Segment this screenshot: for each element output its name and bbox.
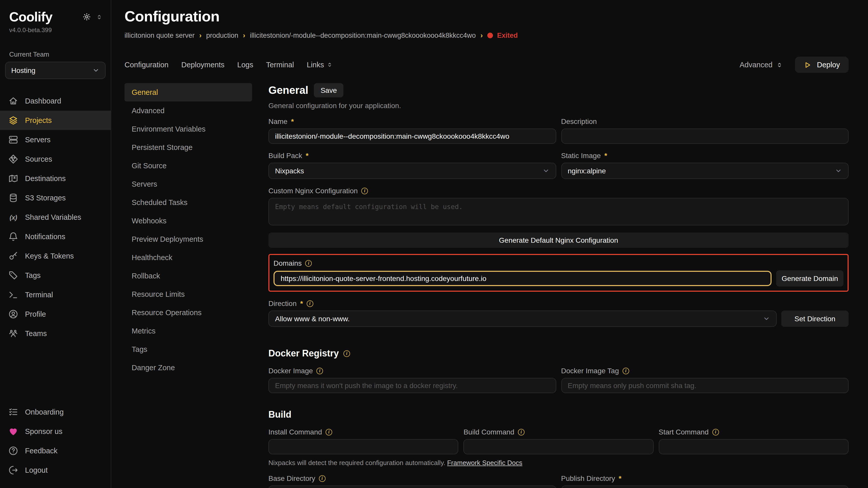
app-version: v4.0.0-beta.399: [0, 25, 111, 34]
sidebar-item-dashboard[interactable]: Dashboard: [0, 91, 111, 111]
nixpacks-note: Nixpacks will detect the required config…: [269, 459, 848, 466]
profile-icon: [8, 309, 19, 319]
sidebar-item-notifications[interactable]: Notifications: [0, 227, 111, 246]
info-icon[interactable]: i: [319, 475, 326, 482]
main-sidebar: Coolify v4.0.0-beta.399 Current Team Hos…: [0, 0, 111, 488]
start-command-input[interactable]: [658, 439, 848, 454]
generate-nginx-button[interactable]: Generate Default Nginx Configuration: [269, 232, 848, 248]
breadcrumb: illicitonion quote server › production ›…: [125, 31, 848, 39]
sidebar-item-sponsor-us[interactable]: Sponsor us: [0, 422, 111, 441]
sidebar-item-teams[interactable]: Teams: [0, 324, 111, 343]
custom-nginx-textarea[interactable]: [269, 198, 848, 225]
coolify-app-window: Coolify v4.0.0-beta.399 Current Team Hos…: [0, 0, 868, 488]
build-pack-select[interactable]: Nixpacks: [269, 163, 556, 179]
config-nav-item-webhooks[interactable]: Webhooks: [125, 212, 252, 230]
direction-select[interactable]: Allow www & non-www.: [269, 311, 777, 327]
build-pack-label: Build Pack*: [269, 152, 556, 160]
static-image-select[interactable]: nginx:alpine: [561, 163, 848, 179]
sidebar-item-onboarding[interactable]: Onboarding: [0, 402, 111, 422]
info-icon[interactable]: i: [343, 350, 350, 357]
info-icon[interactable]: i: [518, 429, 525, 435]
sidebar-item-keys-tokens[interactable]: Keys & Tokens: [0, 246, 111, 266]
info-icon[interactable]: i: [361, 187, 368, 194]
sidebar-item-label: Destinations: [25, 174, 66, 183]
advanced-dropdown[interactable]: Advanced: [740, 61, 783, 69]
config-nav-item-healthcheck[interactable]: Healthcheck: [125, 248, 252, 267]
sidebar-item-shared-variables[interactable]: (x)Shared Variables: [0, 207, 111, 227]
tab-deployments[interactable]: Deployments: [181, 61, 224, 69]
team-select[interactable]: Hosting: [5, 62, 105, 79]
info-icon[interactable]: i: [305, 260, 312, 266]
config-nav-item-servers[interactable]: Servers: [125, 175, 252, 193]
generate-domain-button[interactable]: Generate Domain: [776, 270, 843, 287]
config-nav-item-git-source[interactable]: Git Source: [125, 157, 252, 175]
save-button[interactable]: Save: [314, 83, 343, 97]
info-icon[interactable]: i: [316, 367, 323, 374]
help-icon: [8, 446, 19, 456]
sidebar-item-projects[interactable]: Projects: [0, 111, 111, 130]
tab-logs[interactable]: Logs: [237, 61, 253, 69]
config-nav-item-metrics[interactable]: Metrics: [125, 322, 252, 340]
config-nav-item-advanced[interactable]: Advanced: [125, 101, 252, 120]
publish-directory-label: Publish Directory*: [561, 474, 848, 482]
general-form: General Save General configuration for y…: [269, 83, 848, 488]
sidebar-item-feedback[interactable]: Feedback: [0, 441, 111, 460]
play-icon: [804, 61, 811, 69]
sidebar-item-tags[interactable]: Tags: [0, 266, 111, 285]
main-content: Configuration illicitonion quote server …: [111, 0, 868, 488]
git-icon: [8, 154, 19, 164]
domains-label: Domains i: [274, 259, 843, 267]
breadcrumb-application[interactable]: illicitestonion/-module--decomposition:m…: [250, 31, 475, 39]
breadcrumb-separator: ›: [480, 31, 483, 39]
info-icon[interactable]: i: [306, 300, 313, 307]
sidebar-item-label: Projects: [25, 116, 52, 124]
sidebar-item-label: S3 Storages: [25, 194, 66, 202]
publish-directory-input[interactable]: [561, 485, 848, 488]
theme-toggle-sun-icon[interactable]: [83, 13, 91, 21]
sidebar-item-terminal[interactable]: Terminal: [0, 285, 111, 304]
name-input[interactable]: [269, 129, 556, 144]
deploy-button[interactable]: Deploy: [795, 57, 848, 73]
breadcrumb-environment[interactable]: production: [206, 31, 238, 39]
config-nav-item-resource-limits[interactable]: Resource Limits: [125, 285, 252, 303]
breadcrumb-separator: ›: [199, 31, 202, 39]
sidebar-item-profile[interactable]: Profile: [0, 304, 111, 324]
sidebar-item-servers[interactable]: Servers: [0, 130, 111, 150]
config-nav-item-persistent-storage[interactable]: Persistent Storage: [125, 138, 252, 157]
sidebar-item-destinations[interactable]: Destinations: [0, 169, 111, 188]
config-nav-item-environment-variables[interactable]: Environment Variables: [125, 120, 252, 138]
info-icon[interactable]: i: [623, 367, 629, 374]
status-dot-icon: [487, 32, 493, 38]
config-nav-item-rollback[interactable]: Rollback: [125, 267, 252, 285]
docker-image-input[interactable]: [269, 378, 556, 393]
domains-highlight-box: Domains i Generate Domain: [269, 254, 848, 292]
tab-links[interactable]: Links: [307, 61, 333, 69]
sidebar-item-label: Teams: [25, 329, 47, 337]
config-nav-item-scheduled-tasks[interactable]: Scheduled Tasks: [125, 193, 252, 212]
config-nav-item-resource-operations[interactable]: Resource Operations: [125, 303, 252, 322]
bell-icon: [8, 231, 19, 242]
base-directory-label: Base Directory i: [269, 474, 556, 482]
theme-select-updown-icon[interactable]: [96, 13, 102, 20]
config-nav-item-tags[interactable]: Tags: [125, 340, 252, 358]
breadcrumb-project[interactable]: illicitonion quote server: [125, 31, 195, 39]
sidebar-item-label: Dashboard: [25, 97, 61, 105]
config-nav-item-preview-deployments[interactable]: Preview Deployments: [125, 230, 252, 248]
base-directory-input[interactable]: [269, 485, 556, 488]
description-input[interactable]: [561, 129, 848, 144]
install-command-input[interactable]: [269, 439, 459, 454]
tab-terminal[interactable]: Terminal: [266, 61, 294, 69]
domains-input[interactable]: [274, 271, 772, 286]
docker-image-tag-input[interactable]: [561, 378, 848, 393]
sidebar-item-logout[interactable]: Logout: [0, 460, 111, 480]
config-nav-item-general[interactable]: General: [125, 83, 252, 101]
sidebar-item-s3-storages[interactable]: S3 Storages: [0, 188, 111, 207]
tab-configuration[interactable]: Configuration: [125, 61, 169, 69]
info-icon[interactable]: i: [712, 429, 719, 435]
set-direction-button[interactable]: Set Direction: [781, 311, 848, 327]
framework-docs-link[interactable]: Framework Specific Docs: [447, 459, 522, 466]
info-icon[interactable]: i: [326, 429, 332, 435]
build-command-input[interactable]: [464, 439, 654, 454]
sidebar-item-sources[interactable]: Sources: [0, 150, 111, 169]
config-nav-item-danger-zone[interactable]: Danger Zone: [125, 358, 252, 377]
